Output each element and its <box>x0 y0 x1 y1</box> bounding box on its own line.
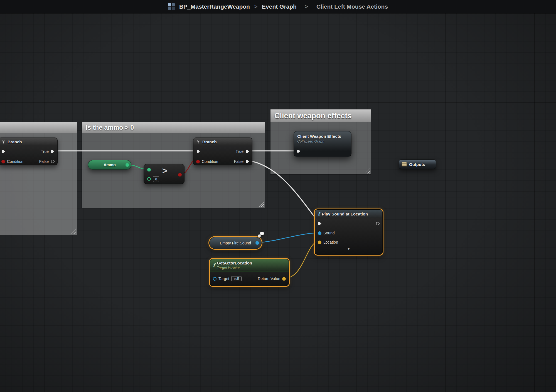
pin-label: Sound <box>323 231 334 235</box>
tunnel-icon <box>402 162 407 166</box>
node-title: Client Weapon Effects <box>294 131 351 139</box>
play-sound-at-location-node[interactable]: f Play Sound at Location Sound Location … <box>315 209 383 255</box>
branch-icon <box>196 140 200 144</box>
node-title: Play Sound at Location <box>322 212 368 216</box>
false-exec-out-pin[interactable] <box>51 160 55 163</box>
greater-default-value-input[interactable]: 0 <box>153 176 159 182</box>
pin-label: Condition <box>7 159 23 164</box>
pin-label: False <box>234 159 243 164</box>
get-actor-location-node[interactable]: f GetActorLocation Target is Actor Targe… <box>210 259 289 286</box>
greater-input-b-pin[interactable] <box>147 177 151 181</box>
node-subtitle: Collapsed Graph <box>294 139 351 143</box>
breadcrumb-current: Client Left Mouse Actions <box>316 3 388 10</box>
exec-in-pin[interactable] <box>318 222 322 226</box>
breadcrumb-event-graph[interactable]: Event Graph <box>262 3 297 10</box>
expand-advanced-icon[interactable]: ▼ <box>315 247 382 251</box>
function-icon: f <box>318 212 320 216</box>
branch-node-right[interactable]: Branch True Condition False <box>193 138 252 165</box>
pin-label: Condition <box>202 159 218 164</box>
variable-label: Empty Fire Sound <box>220 241 251 245</box>
pin-row: Target self Return Value <box>213 275 286 283</box>
chevron-right-icon: > <box>305 4 308 10</box>
pin-row: Location <box>318 238 380 246</box>
return-value-pin[interactable] <box>282 277 286 281</box>
exec-in-pin[interactable] <box>297 149 301 153</box>
branch-node-left[interactable]: Branch True Condition False <box>0 138 58 165</box>
pin-row: True <box>193 147 252 156</box>
branch-icon <box>1 140 6 144</box>
location-pin[interactable] <box>318 241 321 244</box>
breadcrumb: BP_MasterRangeWeapon > Event Graph > Cli… <box>0 0 556 13</box>
node-header[interactable]: Branch <box>0 138 57 146</box>
blueprint-icon <box>168 3 175 10</box>
variable-label: Ammo <box>104 163 116 167</box>
pin-label: Return Value <box>258 276 280 281</box>
pin-label: Target <box>218 276 229 281</box>
ammo-variable-node[interactable]: Ammo <box>88 160 131 170</box>
node-subtitle: Target is Actor <box>217 266 252 270</box>
pin-label: False <box>39 159 49 164</box>
sound-pin[interactable] <box>318 231 321 235</box>
comment-title[interactable] <box>0 122 77 133</box>
condition-pin[interactable] <box>1 160 5 163</box>
empty-fire-sound-variable-node[interactable]: Empty Fire Sound <box>209 237 262 249</box>
chevron-right-icon: > <box>254 4 257 10</box>
greater-than-node[interactable]: 0 > <box>144 164 184 184</box>
true-exec-out-pin[interactable] <box>245 150 249 153</box>
node-title: GetActorLocation <box>217 261 252 266</box>
greater-symbol: > <box>162 166 167 176</box>
greater-result-pin[interactable] <box>178 173 182 177</box>
comment-title[interactable]: Is the ammo > 0 <box>82 122 265 133</box>
pin-label: True <box>236 149 243 154</box>
false-exec-out-pin[interactable] <box>245 160 249 163</box>
condition-pin[interactable] <box>196 160 200 163</box>
pin-row <box>318 220 380 227</box>
blueprint-editor: BP_MasterRangeWeapon > Event Graph > Cli… <box>0 0 556 392</box>
sound-out-pin[interactable] <box>255 241 259 245</box>
node-title: Branch <box>202 139 217 144</box>
pin-row: Sound <box>318 229 380 237</box>
client-weapon-effects-node[interactable]: Client Weapon Effects Collapsed Graph <box>294 131 351 157</box>
node-header[interactable]: f GetActorLocation Target is Actor <box>210 259 289 272</box>
exec-in-pin[interactable] <box>196 150 200 153</box>
pin-label: Location <box>323 240 338 244</box>
pin-row: True <box>0 147 57 156</box>
exec-out-pin[interactable] <box>376 222 380 226</box>
breadcrumb-root[interactable]: BP_MasterRangeWeapon <box>179 3 250 10</box>
pin-label: True <box>41 149 49 154</box>
pin-row: Condition False <box>193 157 252 166</box>
comment-title[interactable]: Client weapon effects <box>270 109 371 122</box>
node-title: Branch <box>8 139 22 144</box>
pin-row: Condition False <box>0 157 57 166</box>
node-title: Outputs <box>409 162 425 167</box>
ammo-out-pin[interactable] <box>126 163 129 167</box>
greater-input-a-pin[interactable] <box>147 168 151 171</box>
outputs-node[interactable]: Outputs <box>399 160 436 169</box>
node-header[interactable]: Branch <box>193 138 252 146</box>
true-exec-out-pin[interactable] <box>51 150 55 153</box>
node-header[interactable]: f Play Sound at Location <box>315 210 382 218</box>
exec-in-pin[interactable] <box>1 150 5 153</box>
target-pin[interactable] <box>213 277 217 281</box>
target-self-chip[interactable]: self <box>231 276 242 281</box>
function-icon: f <box>213 263 215 268</box>
